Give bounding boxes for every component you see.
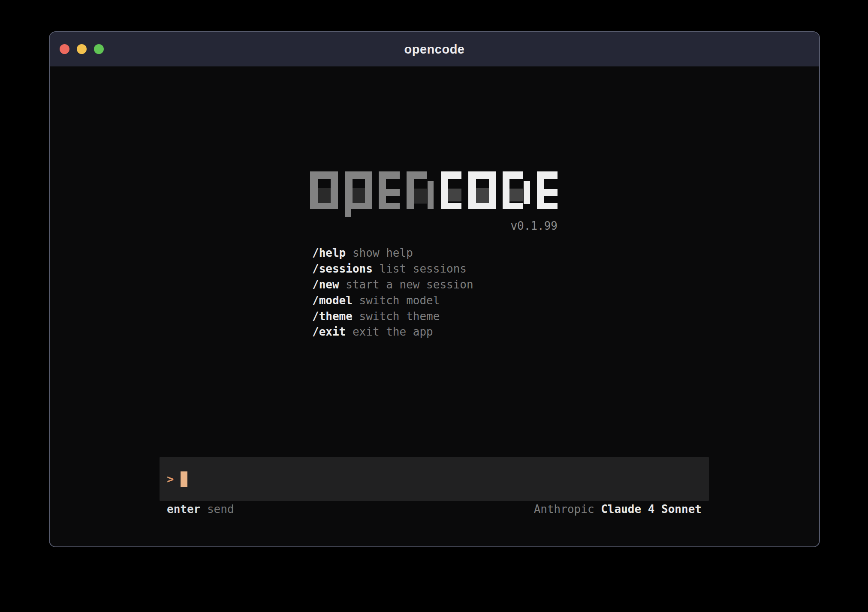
window-titlebar[interactable]: opencode — [50, 32, 819, 66]
close-button[interactable] — [60, 44, 69, 54]
command-item: /exit exit the app — [312, 324, 473, 340]
zoom-button[interactable] — [94, 44, 104, 54]
command-name: /new — [312, 278, 339, 291]
keybind-hint: enter send — [167, 503, 234, 516]
app-version: v0.1.99 — [310, 219, 558, 232]
command-description: exit the app — [353, 325, 433, 338]
keybind-key: enter — [167, 503, 200, 516]
provider-name: Anthropic — [534, 503, 594, 516]
text-cursor — [181, 471, 187, 487]
command-description: start a new session — [346, 278, 473, 291]
app-window: opencode — [49, 31, 820, 547]
minimize-button[interactable] — [77, 44, 87, 54]
command-description: switch model — [359, 294, 440, 307]
status-bar: enter send Anthropic Claude 4 Sonnet — [160, 502, 709, 516]
command-description: list sessions — [380, 262, 467, 275]
model-name: Claude 4 Sonnet — [601, 503, 702, 516]
window-title: opencode — [404, 42, 465, 57]
command-item: /new start a new session — [312, 277, 473, 293]
command-name: /model — [312, 294, 353, 307]
command-name: /theme — [312, 310, 353, 323]
command-name: /sessions — [312, 262, 373, 275]
prompt-symbol: > — [167, 473, 174, 485]
command-name: /help — [312, 246, 346, 259]
opencode-logo — [310, 171, 558, 217]
command-list: /help show help /sessions list sessions … — [312, 245, 473, 340]
command-description: switch theme — [359, 310, 440, 323]
command-item: /help show help — [312, 245, 473, 261]
command-description: show help — [353, 246, 413, 259]
command-name: /exit — [312, 325, 346, 338]
command-item: /sessions list sessions — [312, 261, 473, 277]
command-item: /theme switch theme — [312, 308, 473, 324]
command-item: /model switch model — [312, 292, 473, 308]
model-indicator: Anthropic Claude 4 Sonnet — [534, 503, 702, 516]
keybind-action: send — [207, 503, 234, 516]
message-input[interactable]: > — [160, 457, 709, 501]
traffic-lights — [60, 44, 104, 54]
